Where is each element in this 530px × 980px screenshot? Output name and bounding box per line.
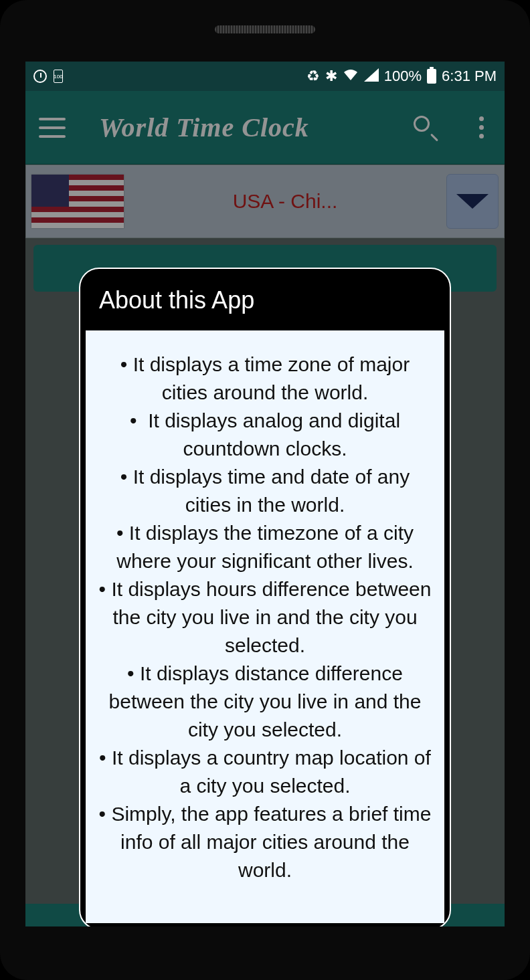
dialog-bullet: • It displays a time zone of major citie… <box>98 351 432 407</box>
dialog-bullet: • It displays the timezone of a city whe… <box>98 519 432 575</box>
battery-percent: 100% <box>384 68 422 85</box>
dialog-title: About this App <box>80 269 450 330</box>
dialog-bullet: • It displays hours difference between t… <box>98 575 432 660</box>
battery-full-icon <box>427 69 436 84</box>
about-dialog: About this App • It displays a time zone… <box>79 268 451 926</box>
signal-icon <box>364 68 379 85</box>
battery-small-icon: 100 <box>54 70 63 83</box>
speaker-grille <box>215 25 315 33</box>
dialog-bullet: • It displays a country map location of … <box>98 744 432 800</box>
dialog-bullet: • It displays distance difference betwee… <box>98 660 432 744</box>
dialog-bullet: • It displays time and date of any citie… <box>98 463 432 519</box>
status-time: 6:31 PM <box>442 68 497 85</box>
recycle-icon: ♻ <box>306 68 320 85</box>
dialog-bullet: • Simply, the app features a brief time … <box>98 800 432 884</box>
status-right: ♻ ✱ 100% 6:31 PM <box>306 68 497 85</box>
bluetooth-icon: ✱ <box>325 68 337 85</box>
wifi-icon <box>343 68 359 85</box>
dialog-bullet: • It displays analog and digital countdo… <box>98 407 432 463</box>
dialog-body: • It displays a time zone of major citie… <box>86 330 444 923</box>
phone-frame: 100 ♻ ✱ 100% 6:31 PM World Time Clo <box>0 0 530 980</box>
clock-icon <box>33 70 47 83</box>
status-left: 100 <box>33 70 63 83</box>
screen: 100 ♻ ✱ 100% 6:31 PM World Time Clo <box>25 62 505 926</box>
status-bar: 100 ♻ ✱ 100% 6:31 PM <box>25 62 505 91</box>
